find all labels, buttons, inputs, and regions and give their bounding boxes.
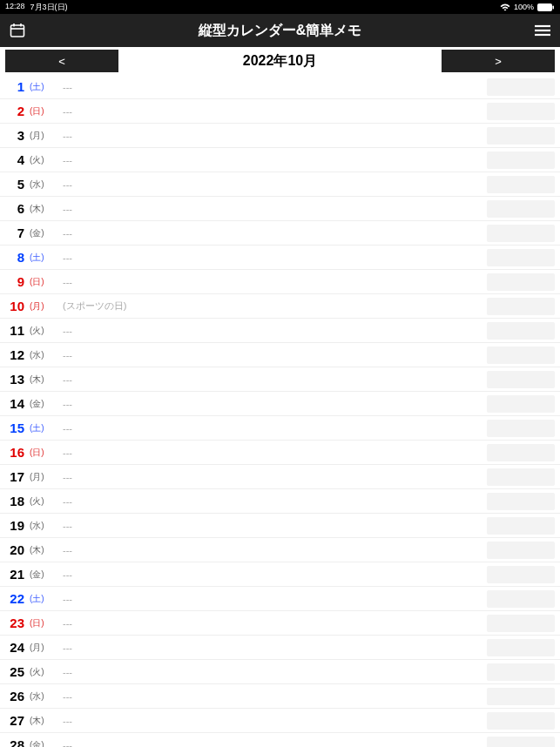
day-list[interactable]: 1(土)---2(日)---3(月)---4(火)---5(水)---6(木)-…	[0, 75, 560, 747]
day-row[interactable]: 26(水)---	[0, 684, 560, 709]
prev-month-button[interactable]: <	[5, 50, 118, 72]
day-number: 26	[0, 689, 26, 703]
day-weekday: (木)	[26, 203, 54, 215]
day-memo: ---	[54, 155, 487, 165]
day-row[interactable]: 9(日)---	[0, 270, 560, 294]
day-tag[interactable]	[487, 200, 555, 218]
day-memo: ---	[54, 228, 487, 239]
day-number: 16	[0, 445, 26, 460]
day-number: 5	[0, 177, 26, 192]
day-row[interactable]: 21(金)---	[0, 562, 560, 587]
day-weekday: (土)	[26, 81, 54, 93]
day-tag[interactable]	[487, 712, 555, 730]
day-tag[interactable]	[487, 639, 555, 656]
day-memo: ---	[54, 667, 487, 677]
day-tag[interactable]	[487, 322, 555, 340]
day-row[interactable]: 27(木)---	[0, 709, 560, 733]
day-row[interactable]: 20(木)---	[0, 538, 560, 562]
day-row[interactable]: 18(火)---	[0, 489, 560, 514]
day-number: 10	[0, 299, 26, 313]
day-row[interactable]: 8(土)---	[0, 246, 560, 270]
day-memo: ---	[54, 521, 487, 531]
day-tag[interactable]	[487, 249, 555, 266]
calendar-icon[interactable]	[9, 22, 26, 39]
menu-icon[interactable]	[534, 22, 551, 39]
day-row[interactable]: 14(金)---	[0, 392, 560, 416]
day-weekday: (木)	[26, 374, 54, 386]
day-memo: ---	[54, 423, 487, 434]
day-tag[interactable]	[487, 298, 555, 315]
day-weekday: (火)	[26, 325, 54, 337]
day-row[interactable]: 17(月)---	[0, 465, 560, 489]
day-tag[interactable]	[487, 420, 555, 437]
day-tag[interactable]	[487, 468, 555, 486]
day-row[interactable]: 11(火)---	[0, 319, 560, 343]
day-weekday: (水)	[26, 690, 54, 703]
day-tag[interactable]	[487, 688, 555, 705]
day-tag[interactable]	[487, 493, 555, 510]
day-row[interactable]: 15(土)---	[0, 416, 560, 441]
day-weekday: (日)	[26, 617, 54, 629]
day-tag[interactable]	[487, 371, 555, 388]
day-row[interactable]: 1(土)---	[0, 75, 560, 99]
day-number: 3	[0, 128, 26, 143]
day-tag[interactable]	[487, 151, 555, 169]
day-tag[interactable]	[487, 444, 555, 461]
day-row[interactable]: 25(火)---	[0, 660, 560, 684]
day-tag[interactable]	[487, 127, 555, 145]
day-memo: ---	[54, 545, 487, 555]
day-row[interactable]: 6(木)---	[0, 197, 560, 221]
day-row[interactable]: 16(日)---	[0, 441, 560, 465]
day-tag[interactable]	[487, 737, 555, 748]
day-weekday: (水)	[26, 520, 54, 532]
day-number: 22	[0, 591, 26, 606]
day-tag[interactable]	[487, 273, 555, 291]
wifi-icon	[500, 3, 510, 11]
day-row[interactable]: 5(水)---	[0, 172, 560, 197]
status-time: 12:28	[5, 2, 25, 13]
day-number: 18	[0, 494, 26, 508]
day-row[interactable]: 7(金)---	[0, 221, 560, 246]
day-row[interactable]: 19(水)---	[0, 514, 560, 538]
day-weekday: (金)	[26, 398, 54, 410]
day-tag[interactable]	[487, 176, 555, 193]
day-row[interactable]: 12(水)---	[0, 343, 560, 367]
day-weekday: (金)	[26, 227, 54, 239]
day-tag[interactable]	[487, 590, 555, 608]
day-row[interactable]: 10(月)(スポーツの日)	[0, 294, 560, 319]
day-tag[interactable]	[487, 103, 555, 120]
app-header: 縦型カレンダー&簡単メモ	[0, 14, 560, 47]
day-row[interactable]: 13(木)---	[0, 367, 560, 392]
day-weekday: (土)	[26, 593, 54, 605]
day-row[interactable]: 22(土)---	[0, 587, 560, 611]
day-row[interactable]: 2(日)---	[0, 99, 560, 124]
day-tag[interactable]	[487, 615, 555, 632]
day-row[interactable]: 3(月)---	[0, 124, 560, 148]
day-weekday: (水)	[26, 178, 54, 191]
battery-icon	[537, 3, 555, 11]
day-weekday: (日)	[26, 447, 54, 459]
day-memo: ---	[54, 326, 487, 336]
day-weekday: (月)	[26, 130, 54, 142]
day-number: 12	[0, 347, 26, 362]
day-row[interactable]: 23(日)---	[0, 611, 560, 636]
day-weekday: (金)	[26, 569, 54, 581]
day-tag[interactable]	[487, 663, 555, 681]
day-tag[interactable]	[487, 225, 555, 242]
day-number: 27	[0, 713, 26, 728]
day-tag[interactable]	[487, 395, 555, 413]
status-date: 7月3日(日)	[30, 2, 68, 13]
day-tag[interactable]	[487, 347, 555, 364]
day-tag[interactable]	[487, 566, 555, 583]
day-row[interactable]: 28(金)---	[0, 733, 560, 747]
day-tag[interactable]	[487, 542, 555, 559]
day-weekday: (金)	[26, 739, 54, 748]
day-tag[interactable]	[487, 517, 555, 535]
day-number: 2	[0, 104, 26, 118]
day-memo: ---	[54, 569, 487, 580]
day-row[interactable]: 24(月)---	[0, 636, 560, 660]
next-month-button[interactable]: >	[442, 50, 555, 72]
day-tag[interactable]	[487, 78, 555, 96]
svg-rect-0	[537, 3, 552, 11]
day-row[interactable]: 4(火)---	[0, 148, 560, 172]
